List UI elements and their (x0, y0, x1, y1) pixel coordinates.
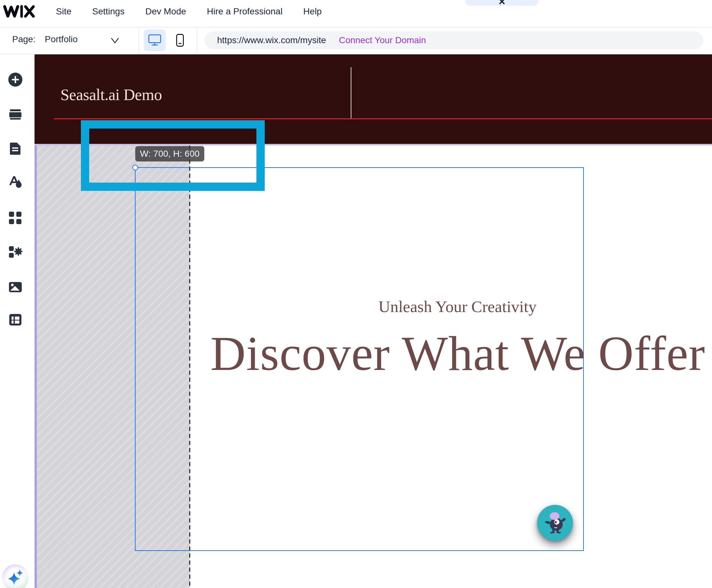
site-url-bar[interactable]: https://www.wix.com/mysite Connect Your … (205, 31, 704, 49)
separator (139, 27, 139, 54)
close-icon: ✕ (498, 0, 505, 6)
popup-close-button[interactable]: ✕ (465, 0, 539, 6)
top-menu-bar: WIX Site Settings Dev Mode Hire a Profes… (0, 0, 712, 27)
editor-sidebar (0, 54, 35, 588)
page-selector[interactable]: Portfolio (45, 27, 78, 54)
ai-sparkles-icon (2, 564, 29, 588)
add-section-icon[interactable] (9, 109, 21, 120)
site-title[interactable]: Seasalt.ai Demo (60, 85, 162, 104)
page-label: Page: (12, 27, 36, 54)
menu-help[interactable]: Help (303, 6, 322, 17)
desktop-view-button[interactable] (144, 29, 166, 51)
site-url: https://www.wix.com/mysite (217, 35, 326, 45)
media-icon[interactable] (9, 282, 22, 292)
selection-box[interactable] (135, 167, 584, 551)
pages-icon[interactable] (10, 143, 20, 155)
app-market-icon[interactable] (9, 246, 22, 258)
desktop-icon (148, 34, 162, 46)
mobile-icon (176, 34, 184, 47)
layout-icon[interactable] (9, 314, 21, 326)
wix-logo[interactable]: WIX (3, 5, 37, 19)
menu-site[interactable]: Site (56, 6, 71, 17)
header-red-line (54, 118, 712, 119)
header-separator-line (351, 67, 351, 119)
connect-your-domain-link[interactable]: Connect Your Domain (339, 35, 426, 45)
menu-hire-a-professional[interactable]: Hire a Professional (207, 6, 282, 17)
menu-dev-mode[interactable]: Dev Mode (145, 6, 186, 17)
page-bar: Page: Portfolio https://www.wix.com/mysi… (0, 27, 712, 54)
menu-settings[interactable]: Settings (92, 6, 124, 17)
editor-canvas: Seasalt.ai Demo Unleash Your Creativity … (35, 54, 712, 588)
wix-editor-screen: WIX Site Settings Dev Mode Hire a Profes… (0, 0, 712, 588)
site-design-icon[interactable] (9, 176, 23, 188)
separator (196, 27, 197, 54)
add-element-icon[interactable] (8, 72, 22, 87)
chevron-down-icon[interactable] (111, 37, 119, 44)
gridline-border (35, 146, 37, 588)
annotation-highlight-box (81, 120, 265, 191)
add-apps-icon[interactable] (9, 212, 21, 224)
ai-assistant-button[interactable] (2, 564, 29, 588)
top-nav: Site Settings Dev Mode Hire a Profession… (56, 0, 322, 27)
mobile-view-button[interactable] (170, 29, 190, 51)
wix-logo-icon (3, 5, 37, 19)
